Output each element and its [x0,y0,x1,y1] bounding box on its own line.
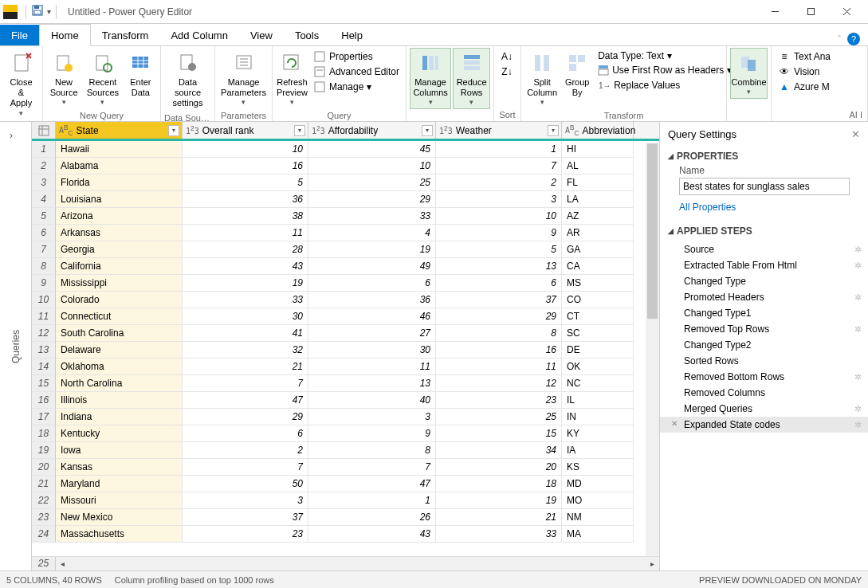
table-row[interactable]: 5Arizona383310AZ [32,208,659,225]
table-row[interactable]: 24Massachusetts234333MA [32,526,659,543]
applied-step[interactable]: Removed Columns [660,385,868,401]
table-row[interactable]: 14Oklahoma211111OK [32,359,659,375]
save-icon[interactable] [31,4,44,20]
tab-help[interactable]: Help [330,25,374,45]
table-row[interactable]: 9Mississippi1966MS [32,275,659,292]
column-header-abbreviation[interactable]: ABCAbbreviation [562,122,634,139]
applied-step[interactable]: Changed Type [660,273,868,289]
column-header-affordability[interactable]: 123Affordability▾ [308,122,436,139]
group-by-button[interactable]: Group By [561,48,593,100]
gear-icon[interactable]: ✲ [854,404,862,414]
maximize-button[interactable] [793,0,829,23]
table-row[interactable]: 20Kansas7720KS [32,459,659,476]
close-apply-button[interactable]: Close & Apply▾ [3,48,39,120]
query-name-input[interactable] [679,178,850,195]
collapse-ribbon-icon[interactable]: ˆ [838,34,841,44]
applied-step[interactable]: Expanded State codes✲ [660,417,868,433]
applied-step[interactable]: Merged Queries✲ [660,401,868,417]
enter-data-button[interactable]: Enter Data [124,48,157,100]
row-header-corner[interactable] [32,122,56,139]
horizontal-scrollbar[interactable]: 25 ◂ ▸ [32,556,659,570]
table-row[interactable]: 7Georgia28195GA [32,241,659,258]
table-row[interactable]: 2Alabama16107AL [32,158,659,174]
applied-step[interactable]: Changed Type1 [660,305,868,321]
table-row[interactable]: 12South Carolina41278SC [32,325,659,342]
gear-icon[interactable]: ✲ [854,292,862,303]
column-header-rank[interactable]: 123Overall rank▾ [183,122,308,139]
replace-values-button[interactable]: 1→2Replace Values [596,78,721,92]
gear-icon[interactable]: ✲ [854,245,862,255]
split-column-button[interactable]: Split Column▾ [524,48,560,109]
text-analytics-button[interactable]: ≡Text Ana [776,49,832,64]
table-row[interactable]: 1Hawaii10451HI [32,141,659,158]
azure-ml-button[interactable]: ▲Azure M [776,80,832,94]
gear-icon[interactable]: ✲ [854,420,862,430]
table-row[interactable]: 15North Carolina71312NC [32,375,659,392]
tab-tools[interactable]: Tools [284,25,330,45]
tab-home[interactable]: Home [39,24,91,46]
table-row[interactable]: 19Iowa2834IA [32,442,659,459]
gear-icon[interactable]: ✲ [854,324,862,335]
table-row[interactable]: 17Indiana29325IN [32,409,659,425]
properties-button[interactable]: Properties [312,49,401,64]
combine-button[interactable]: Combine▾ [730,48,768,99]
table-row[interactable]: 13Delaware323016DE [32,342,659,359]
applied-step[interactable]: Sorted Rows [660,353,868,369]
manage-parameters-button[interactable]: Manage Parameters▾ [218,48,269,109]
reduce-rows-button[interactable]: Reduce Rows▾ [453,48,490,109]
new-source-button[interactable]: New Source▾ [46,48,81,109]
applied-steps-section[interactable]: ◢APPLIED STEPS [668,225,860,237]
table-row[interactable]: 22Missouri3119MO [32,492,659,509]
data-source-settings-button[interactable]: Data source settings [164,48,211,112]
queries-pane-collapsed[interactable]: › Queries [0,122,32,570]
properties-section[interactable]: ◢PROPERTIES [668,151,860,162]
tab-view[interactable]: View [239,25,284,45]
data-grid: ABCState▾ 123Overall rank▾ 123Affordabil… [32,122,659,570]
vision-button[interactable]: 👁Vision [776,65,832,79]
applied-step[interactable]: Extracted Table From Html✲ [660,257,868,273]
expand-queries-icon[interactable]: › [10,130,13,141]
tab-add-column[interactable]: Add Column [159,25,239,45]
table-row[interactable]: 18Kentucky6915KY [32,425,659,442]
manage-query-button[interactable]: Manage ▾ [312,80,401,94]
table-row[interactable]: 6Arkansas1149AR [32,225,659,241]
recent-sources-button[interactable]: Recent Sources▾ [83,48,123,109]
table-row[interactable]: 8California434913CA [32,258,659,275]
applied-step[interactable]: Promoted Headers✲ [660,289,868,305]
applied-step[interactable]: Source✲ [660,241,868,257]
first-row-headers-button[interactable]: Use First Row as Headers ▾ [596,63,721,77]
table-row[interactable]: 4Louisiana36293LA [32,191,659,208]
qat-dropdown-icon[interactable]: ▾ [47,7,51,16]
filter-icon[interactable]: ▾ [422,125,433,136]
data-type-button[interactable]: Data Type: Text ▾ [596,49,721,62]
minimize-button[interactable] [757,0,793,23]
refresh-preview-button[interactable]: Refresh Preview▾ [276,48,308,109]
tab-transform[interactable]: Transform [91,25,160,45]
table-row[interactable]: 21Maryland504718MD [32,476,659,492]
applied-step[interactable]: Changed Type2 [660,337,868,353]
sort-asc-button[interactable]: A↓ [499,49,515,64]
column-header-state[interactable]: ABCState▾ [56,122,183,139]
advanced-editor-button[interactable]: Advanced Editor [312,65,401,79]
manage-columns-button[interactable]: Manage Columns▾ [410,48,451,109]
filter-icon[interactable]: ▾ [294,125,305,136]
applied-step[interactable]: Removed Bottom Rows✲ [660,369,868,385]
vertical-scrollbar[interactable] [646,143,659,556]
tab-file[interactable]: File [0,25,39,45]
gear-icon[interactable]: ✲ [854,261,862,271]
table-row[interactable]: 11Connecticut304629CT [32,308,659,325]
applied-step[interactable]: Removed Top Rows✲ [660,321,868,337]
close-settings-icon[interactable]: ✕ [851,128,860,140]
table-row[interactable]: 16Illinois474023IL [32,392,659,409]
help-icon[interactable]: ? [847,33,860,45]
table-row[interactable]: 23New Mexico372621NM [32,509,659,526]
column-header-weather[interactable]: 123Weather▾ [436,122,562,139]
filter-icon[interactable]: ▾ [168,125,179,136]
filter-icon[interactable]: ▾ [548,125,559,136]
close-button[interactable] [829,0,865,23]
sort-desc-button[interactable]: Z↓ [499,65,515,79]
table-row[interactable]: 10Colorado333637CO [32,292,659,308]
table-row[interactable]: 3Florida5252FL [32,174,659,191]
gear-icon[interactable]: ✲ [854,372,862,382]
all-properties-link[interactable]: All Properties [668,195,860,216]
